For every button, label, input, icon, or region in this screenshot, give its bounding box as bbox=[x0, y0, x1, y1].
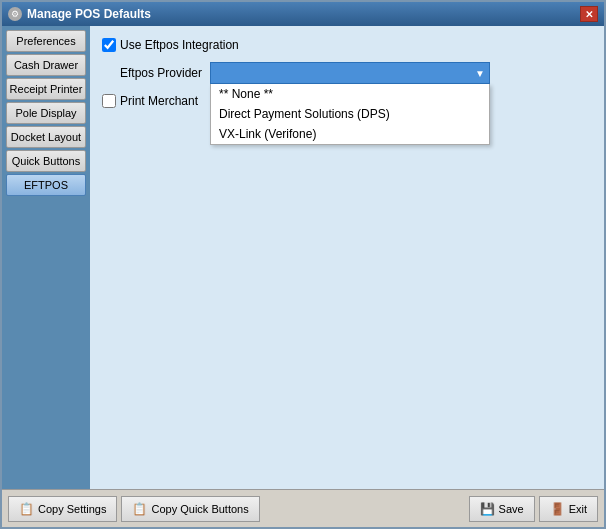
exit-label: Exit bbox=[569, 503, 587, 515]
sidebar-item-eftpos[interactable]: EFTPOS bbox=[6, 174, 86, 196]
dropdown-list: ** None ** Direct Payment Solutions (DPS… bbox=[210, 84, 490, 145]
dropdown-arrow-icon: ▼ bbox=[475, 68, 485, 79]
sidebar-item-preferences[interactable]: Preferences bbox=[6, 30, 86, 52]
exit-icon: 🚪 bbox=[550, 502, 565, 516]
save-button[interactable]: 💾 Save bbox=[469, 496, 535, 522]
title-bar: ⚙ Manage POS Defaults ✕ bbox=[2, 2, 604, 26]
sidebar-item-cash-drawer[interactable]: Cash Drawer bbox=[6, 54, 86, 76]
copy-settings-label: Copy Settings bbox=[38, 503, 106, 515]
dropdown-option-vxlink[interactable]: VX-Link (Verifone) bbox=[211, 124, 489, 144]
dropdown-option-none[interactable]: ** None ** bbox=[211, 84, 489, 104]
copy-settings-button[interactable]: 📋 Copy Settings bbox=[8, 496, 117, 522]
eftpos-provider-row: Eftpos Provider ▼ ** None ** Direct Paym… bbox=[102, 62, 592, 84]
dropdown-option-dps[interactable]: Direct Payment Solutions (DPS) bbox=[211, 104, 489, 124]
eftpos-provider-dropdown[interactable]: ▼ ** None ** Direct Payment Solutions (D… bbox=[210, 62, 490, 84]
window-title: Manage POS Defaults bbox=[27, 7, 151, 21]
copy-settings-icon: 📋 bbox=[19, 502, 34, 516]
print-merchant-label[interactable]: Print Merchant bbox=[102, 94, 198, 108]
print-merchant-text: Print Merchant bbox=[120, 94, 198, 108]
main-content: Use Eftpos Integration Eftpos Provider ▼… bbox=[90, 26, 604, 489]
sidebar-item-pole-display[interactable]: Pole Display bbox=[6, 102, 86, 124]
use-eftpos-checkbox[interactable] bbox=[102, 38, 116, 52]
dropdown-trigger[interactable]: ▼ bbox=[210, 62, 490, 84]
save-icon: 💾 bbox=[480, 502, 495, 516]
copy-quick-buttons-icon: 📋 bbox=[132, 502, 147, 516]
save-label: Save bbox=[499, 503, 524, 515]
copy-quick-buttons-label: Copy Quick Buttons bbox=[151, 503, 248, 515]
exit-button[interactable]: 🚪 Exit bbox=[539, 496, 598, 522]
copy-quick-buttons-button[interactable]: 📋 Copy Quick Buttons bbox=[121, 496, 259, 522]
window-body: Preferences Cash Drawer Receipt Printer … bbox=[2, 26, 604, 489]
sidebar-item-docket-layout[interactable]: Docket Layout bbox=[6, 126, 86, 148]
close-button[interactable]: ✕ bbox=[580, 6, 598, 22]
sidebar-item-quick-buttons[interactable]: Quick Buttons bbox=[6, 150, 86, 172]
eftpos-provider-label: Eftpos Provider bbox=[102, 66, 202, 80]
window-icon: ⚙ bbox=[8, 7, 22, 21]
sidebar: Preferences Cash Drawer Receipt Printer … bbox=[2, 26, 90, 489]
title-bar-left: ⚙ Manage POS Defaults bbox=[8, 7, 151, 21]
use-eftpos-text: Use Eftpos Integration bbox=[120, 38, 239, 52]
eftpos-integration-row: Use Eftpos Integration bbox=[102, 38, 592, 52]
window: ⚙ Manage POS Defaults ✕ Preferences Cash… bbox=[0, 0, 606, 529]
sidebar-item-receipt-printer[interactable]: Receipt Printer bbox=[6, 78, 86, 100]
print-merchant-checkbox[interactable] bbox=[102, 94, 116, 108]
use-eftpos-label[interactable]: Use Eftpos Integration bbox=[102, 38, 239, 52]
footer: 📋 Copy Settings 📋 Copy Quick Buttons 💾 S… bbox=[2, 489, 604, 527]
